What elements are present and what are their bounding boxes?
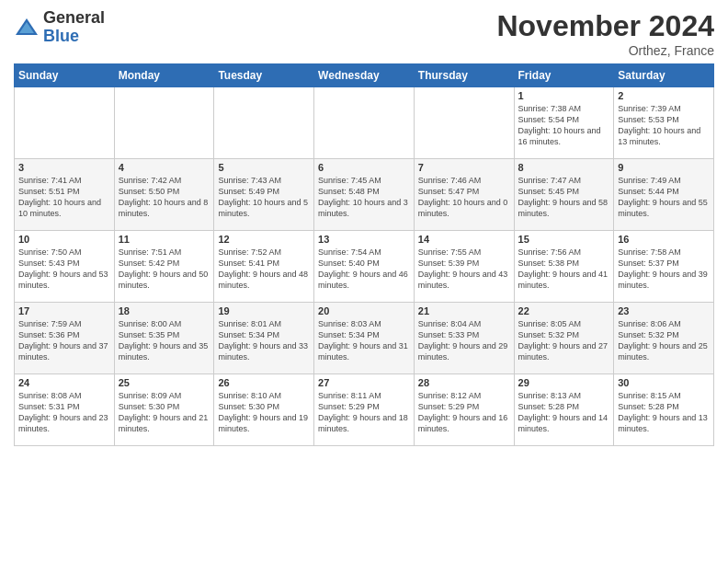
- day-number: 22: [518, 305, 610, 316]
- day-info: Sunrise: 7:39 AM Sunset: 5:53 PM Dayligh…: [618, 103, 710, 148]
- calendar-cell: 9Sunrise: 7:49 AM Sunset: 5:44 PM Daylig…: [614, 159, 714, 231]
- day-info: Sunrise: 7:51 AM Sunset: 5:42 PM Dayligh…: [119, 247, 210, 292]
- day-info: Sunrise: 8:01 AM Sunset: 5:34 PM Dayligh…: [218, 318, 310, 363]
- day-number: 16: [618, 234, 710, 245]
- calendar-cell: 2Sunrise: 7:39 AM Sunset: 5:53 PM Daylig…: [614, 87, 714, 159]
- day-number: 20: [318, 305, 410, 316]
- header-day-thursday: Thursday: [414, 64, 514, 87]
- day-info: Sunrise: 7:43 AM Sunset: 5:49 PM Dayligh…: [218, 175, 310, 220]
- day-number: 18: [119, 305, 210, 316]
- day-number: 28: [418, 377, 510, 388]
- logo-blue: Blue: [43, 28, 105, 46]
- calendar-cell: 20Sunrise: 8:03 AM Sunset: 5:34 PM Dayli…: [314, 303, 415, 374]
- day-number: 14: [418, 234, 510, 245]
- header-day-saturday: Saturday: [614, 64, 714, 87]
- day-number: 9: [618, 162, 710, 173]
- calendar-cell: 15Sunrise: 7:56 AM Sunset: 5:38 PM Dayli…: [514, 231, 614, 303]
- day-number: 29: [518, 377, 610, 388]
- day-info: Sunrise: 8:10 AM Sunset: 5:30 PM Dayligh…: [218, 390, 310, 435]
- calendar-cell: 22Sunrise: 8:05 AM Sunset: 5:32 PM Dayli…: [514, 303, 614, 374]
- week-row-3: 17Sunrise: 7:59 AM Sunset: 5:36 PM Dayli…: [15, 303, 714, 374]
- calendar-cell: [214, 87, 314, 159]
- page-container: General Blue November 2024 Orthez, Franc…: [0, 0, 728, 455]
- day-number: 24: [18, 377, 110, 388]
- logo: General Blue: [14, 9, 105, 46]
- logo-icon: [14, 15, 40, 40]
- day-info: Sunrise: 7:45 AM Sunset: 5:48 PM Dayligh…: [318, 175, 410, 220]
- title-block: November 2024 Orthez, France: [496, 9, 714, 58]
- calendar-cell: [414, 87, 514, 159]
- day-number: 2: [618, 90, 710, 101]
- day-info: Sunrise: 8:12 AM Sunset: 5:29 PM Dayligh…: [418, 390, 510, 435]
- day-number: 1: [518, 90, 610, 101]
- day-info: Sunrise: 7:42 AM Sunset: 5:50 PM Dayligh…: [119, 175, 210, 220]
- calendar-cell: 4Sunrise: 7:42 AM Sunset: 5:50 PM Daylig…: [114, 159, 214, 231]
- calendar-cell: 23Sunrise: 8:06 AM Sunset: 5:32 PM Dayli…: [614, 303, 714, 374]
- day-info: Sunrise: 7:59 AM Sunset: 5:36 PM Dayligh…: [18, 318, 110, 363]
- day-number: 4: [119, 162, 210, 173]
- calendar-cell: 13Sunrise: 7:54 AM Sunset: 5:40 PM Dayli…: [314, 231, 415, 303]
- day-number: 6: [318, 162, 410, 173]
- day-info: Sunrise: 7:52 AM Sunset: 5:41 PM Dayligh…: [218, 247, 310, 292]
- calendar-cell: 6Sunrise: 7:45 AM Sunset: 5:48 PM Daylig…: [314, 159, 415, 231]
- day-info: Sunrise: 8:04 AM Sunset: 5:33 PM Dayligh…: [418, 318, 510, 363]
- day-number: 11: [119, 234, 210, 245]
- day-number: 13: [318, 234, 410, 245]
- day-info: Sunrise: 7:50 AM Sunset: 5:43 PM Dayligh…: [18, 247, 110, 292]
- calendar-body: 1Sunrise: 7:38 AM Sunset: 5:54 PM Daylig…: [15, 87, 714, 446]
- calendar-cell: 3Sunrise: 7:41 AM Sunset: 5:51 PM Daylig…: [15, 159, 115, 231]
- day-number: 26: [218, 377, 310, 388]
- calendar-cell: 14Sunrise: 7:55 AM Sunset: 5:39 PM Dayli…: [414, 231, 514, 303]
- logo-general: General: [43, 9, 105, 28]
- day-info: Sunrise: 7:54 AM Sunset: 5:40 PM Dayligh…: [318, 247, 410, 292]
- calendar-cell: 27Sunrise: 8:11 AM Sunset: 5:29 PM Dayli…: [314, 374, 415, 446]
- calendar-cell: 5Sunrise: 7:43 AM Sunset: 5:49 PM Daylig…: [214, 159, 314, 231]
- week-row-1: 3Sunrise: 7:41 AM Sunset: 5:51 PM Daylig…: [15, 159, 714, 231]
- day-number: 25: [119, 377, 210, 388]
- day-number: 3: [18, 162, 110, 173]
- week-row-4: 24Sunrise: 8:08 AM Sunset: 5:31 PM Dayli…: [15, 374, 714, 446]
- day-info: Sunrise: 7:58 AM Sunset: 5:37 PM Dayligh…: [618, 247, 710, 292]
- day-info: Sunrise: 8:06 AM Sunset: 5:32 PM Dayligh…: [618, 318, 710, 363]
- day-info: Sunrise: 8:00 AM Sunset: 5:35 PM Dayligh…: [119, 318, 210, 363]
- calendar-cell: 7Sunrise: 7:46 AM Sunset: 5:47 PM Daylig…: [414, 159, 514, 231]
- calendar-cell: 19Sunrise: 8:01 AM Sunset: 5:34 PM Dayli…: [214, 303, 314, 374]
- day-number: 30: [618, 377, 710, 388]
- month-title: November 2024: [496, 9, 714, 43]
- day-info: Sunrise: 7:38 AM Sunset: 5:54 PM Dayligh…: [518, 103, 610, 148]
- calendar-cell: [15, 87, 115, 159]
- day-number: 15: [518, 234, 610, 245]
- day-info: Sunrise: 8:03 AM Sunset: 5:34 PM Dayligh…: [318, 318, 410, 363]
- calendar-cell: 28Sunrise: 8:12 AM Sunset: 5:29 PM Dayli…: [414, 374, 514, 446]
- day-info: Sunrise: 8:09 AM Sunset: 5:30 PM Dayligh…: [119, 390, 210, 435]
- calendar-cell: 1Sunrise: 7:38 AM Sunset: 5:54 PM Daylig…: [514, 87, 614, 159]
- header-day-monday: Monday: [114, 64, 214, 87]
- logo-text: General Blue: [43, 9, 105, 46]
- calendar-cell: 30Sunrise: 8:15 AM Sunset: 5:28 PM Dayli…: [614, 374, 714, 446]
- calendar-cell: 17Sunrise: 7:59 AM Sunset: 5:36 PM Dayli…: [15, 303, 115, 374]
- header-day-tuesday: Tuesday: [214, 64, 314, 87]
- calendar-cell: [114, 87, 214, 159]
- calendar-cell: 26Sunrise: 8:10 AM Sunset: 5:30 PM Dayli…: [214, 374, 314, 446]
- calendar-cell: 10Sunrise: 7:50 AM Sunset: 5:43 PM Dayli…: [15, 231, 115, 303]
- day-number: 23: [618, 305, 710, 316]
- day-number: 27: [318, 377, 410, 388]
- calendar-cell: 25Sunrise: 8:09 AM Sunset: 5:30 PM Dayli…: [114, 374, 214, 446]
- calendar-cell: 29Sunrise: 8:13 AM Sunset: 5:28 PM Dayli…: [514, 374, 614, 446]
- day-info: Sunrise: 7:56 AM Sunset: 5:38 PM Dayligh…: [518, 247, 610, 292]
- day-info: Sunrise: 7:49 AM Sunset: 5:44 PM Dayligh…: [618, 175, 710, 220]
- day-info: Sunrise: 8:05 AM Sunset: 5:32 PM Dayligh…: [518, 318, 610, 363]
- week-row-2: 10Sunrise: 7:50 AM Sunset: 5:43 PM Dayli…: [15, 231, 714, 303]
- calendar-cell: 12Sunrise: 7:52 AM Sunset: 5:41 PM Dayli…: [214, 231, 314, 303]
- day-number: 8: [518, 162, 610, 173]
- day-info: Sunrise: 7:46 AM Sunset: 5:47 PM Dayligh…: [418, 175, 510, 220]
- day-number: 10: [18, 234, 110, 245]
- calendar-cell: 16Sunrise: 7:58 AM Sunset: 5:37 PM Dayli…: [614, 231, 714, 303]
- week-row-0: 1Sunrise: 7:38 AM Sunset: 5:54 PM Daylig…: [15, 87, 714, 159]
- day-info: Sunrise: 8:08 AM Sunset: 5:31 PM Dayligh…: [18, 390, 110, 435]
- header-day-wednesday: Wednesday: [314, 64, 415, 87]
- calendar-header: SundayMondayTuesdayWednesdayThursdayFrid…: [15, 64, 714, 87]
- calendar-cell: 11Sunrise: 7:51 AM Sunset: 5:42 PM Dayli…: [114, 231, 214, 303]
- day-info: Sunrise: 8:13 AM Sunset: 5:28 PM Dayligh…: [518, 390, 610, 435]
- calendar-cell: 24Sunrise: 8:08 AM Sunset: 5:31 PM Dayli…: [15, 374, 115, 446]
